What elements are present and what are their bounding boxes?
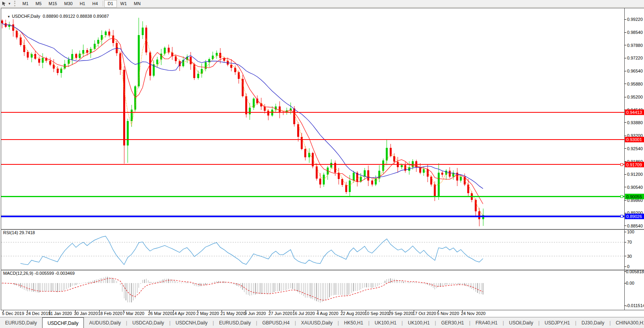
- tab-audusd-daily[interactable]: AUDUSD,Daily: [84, 317, 126, 328]
- date-axis-label: 10 Sep 2020: [365, 311, 389, 316]
- tab-uk100-h1[interactable]: UK100,H1: [403, 317, 435, 328]
- date-axis-label: 2 May 2020: [196, 311, 219, 316]
- macd-indicator-label: MACD(12,26,9) -0.005599 -0.003469: [3, 271, 75, 276]
- date-axis-label: 11 Jan 2020: [48, 311, 72, 316]
- ma-fast-line: [2, 23, 483, 215]
- timeframe-toolbar: ▼ M1M5M15M30H1H4D1W1MN: [0, 0, 644, 7]
- date-axis-label: 26 Mar 2020: [148, 311, 172, 316]
- ma-medium-line: [2, 23, 483, 204]
- date-axis-label: 18 Feb 2020: [98, 311, 122, 316]
- date-axis-label: 5 Nov 2020: [437, 311, 459, 316]
- date-axis-label: 9 Jun 2020: [244, 311, 266, 316]
- chart-canvas[interactable]: 0.992200.985400.978800.972200.965400.958…: [0, 0, 644, 328]
- rsi-line: [20, 236, 483, 265]
- timeframe-button-h4[interactable]: H4: [89, 0, 101, 7]
- candles-layer: [1, 18, 484, 227]
- date-axis-label: 17 Oct 2020: [413, 311, 436, 316]
- hline-handle[interactable]: [620, 195, 623, 198]
- timeframe-button-m5[interactable]: M5: [32, 0, 45, 7]
- cursor-tool-icon[interactable]: [1, 0, 7, 7]
- date-axis-label: 7 Mar 2020: [122, 311, 144, 316]
- date-axis-label: 29 Sep 2020: [389, 311, 413, 316]
- price-axis-label: 0.95880: [627, 82, 643, 86]
- rsi-axis-label: 0: [627, 264, 629, 269]
- date-axis-label: 14 Apr 2020: [172, 311, 195, 316]
- mt4-window: { "toolbar": { "cursor_tool": "cursor", …: [0, 0, 644, 328]
- tab-usoil-daily[interactable]: USOil,Daily: [504, 317, 538, 328]
- chart-title-collapse-icon[interactable]: ▼: [7, 15, 10, 19]
- tab-usdchf-daily[interactable]: USDCHF,Daily: [42, 317, 84, 328]
- hline-handle[interactable]: [620, 163, 623, 166]
- price-axis-label: 0.91200: [627, 172, 643, 177]
- macd-axis-label: 0.005818: [626, 269, 644, 274]
- date-axis-label: 21 May 2020: [220, 311, 246, 316]
- timeframe-button-h1[interactable]: H1: [76, 0, 89, 7]
- timeframe-button-m30[interactable]: M30: [61, 0, 76, 7]
- price-axis-label: 0.92540: [627, 146, 643, 151]
- tab-dj30-daily[interactable]: DJ30,Daily: [576, 317, 609, 328]
- toolbar-separator: [103, 1, 103, 6]
- tab-xauusd-daily[interactable]: XAUUSD,Daily: [296, 317, 338, 328]
- hline-price-tag-label: 0.90055: [626, 194, 642, 199]
- chevron-down-icon[interactable]: ▼: [7, 2, 12, 6]
- ma-slow-line: [2, 23, 483, 188]
- tab-usdcad-daily[interactable]: USDCAD,Daily: [127, 317, 169, 328]
- date-axis-label: 30 Jan 2020: [74, 311, 98, 316]
- date-axis-label: 22 Aug 2020: [341, 311, 365, 316]
- rsi-axis-label: 30: [627, 254, 632, 259]
- price-axis-label: 0.90540: [627, 185, 643, 190]
- hline-price-tag-label: 0.93001: [626, 137, 642, 142]
- price-axis-label: 0.95200: [627, 95, 643, 99]
- chart-title: ▼USDCHF,Daily 0.88890 0.89122 0.88838 0.…: [2, 9, 109, 23]
- timeframe-button-m1[interactable]: M1: [19, 0, 32, 7]
- hline-handle[interactable]: [620, 215, 623, 218]
- price-axis-label: 0.93880: [627, 120, 643, 125]
- price-axis-label: 0.99220: [627, 17, 643, 22]
- tab-ger30-h1[interactable]: GER30,H1: [436, 317, 469, 328]
- tab-hk50-h1[interactable]: HK50,H1: [339, 317, 368, 328]
- date-axis-label: 16 Jul 2020: [292, 311, 315, 316]
- timeframe-button-mn[interactable]: MN: [130, 0, 144, 7]
- hline-price-tag-label: 0.94413: [626, 110, 642, 115]
- toolbar-grip[interactable]: [14, 1, 17, 6]
- timeframe-button-d1[interactable]: D1: [104, 0, 117, 7]
- tab-usdjpy-h1[interactable]: USDJPY,H1: [540, 317, 575, 328]
- tab-gbpusd-h4[interactable]: GBPUSD,H4: [257, 317, 294, 328]
- price-axis-label: 0.96540: [627, 69, 643, 73]
- price-axis-label: 0.98540: [627, 30, 643, 35]
- tab-eurusd-daily[interactable]: EURUSD,Daily: [0, 317, 42, 328]
- date-axis-label: 27 Jun 2020: [268, 311, 292, 316]
- date-axis-label: 24 Nov 2020: [461, 311, 485, 316]
- rsi-axis-label: 100: [627, 229, 634, 234]
- chart-tab-bar: EURUSD,DailyUSDCHF,DailyAUDUSD,Daily|USD…: [0, 317, 644, 328]
- macd-axis-label: 0.00: [626, 281, 634, 285]
- chart-title-symbol: USDCHF,Daily: [12, 14, 40, 19]
- rsi-indicator-label: RSI(14) 29.7418: [3, 230, 35, 235]
- price-axis-label: 0.97880: [627, 43, 643, 48]
- tab-fra40-h1[interactable]: FRA40,H1: [470, 317, 503, 328]
- rsi-axis-label: 70: [627, 240, 632, 244]
- chart-title-ohlc: 0.88890 0.89122 0.88838 0.89087: [43, 14, 109, 19]
- timeframe-button-m15[interactable]: M15: [45, 0, 61, 7]
- tab-china300-h1[interactable]: CHINA300,H1: [611, 317, 644, 328]
- date-axis-label: 5 Dec 2019: [2, 311, 24, 316]
- hline-price-tag-label: 0.89026: [626, 214, 642, 219]
- tab-eurusd-daily[interactable]: EURUSD,Daily: [214, 317, 256, 328]
- hline-price-tag-label: 0.91709: [626, 162, 642, 167]
- timeframe-button-w1[interactable]: W1: [117, 0, 131, 7]
- price-axis-label: 0.88540: [627, 224, 643, 228]
- price-axis-label: 0.97220: [627, 56, 643, 60]
- macd-histogram: [2, 277, 483, 303]
- tab-usdcnh-daily[interactable]: USDCNH,Daily: [170, 317, 213, 328]
- macd-axis-label: -0.011514: [626, 303, 644, 308]
- tab-uk100-h1[interactable]: UK100,H1: [370, 317, 402, 328]
- date-axis-label: 4 Aug 2020: [316, 311, 339, 316]
- date-axis-label: 24 Dec 2019: [26, 311, 50, 316]
